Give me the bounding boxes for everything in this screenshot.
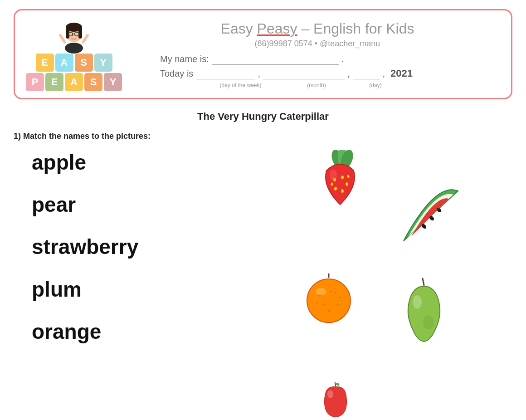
- comma3: ,: [383, 68, 385, 79]
- today-label: Today is: [160, 68, 193, 79]
- logo-area: E A S Y P E A S Y: [24, 17, 124, 91]
- block-Y: Y: [94, 54, 112, 72]
- svg-point-35: [316, 288, 326, 295]
- brand-underline: Peasy: [257, 20, 297, 37]
- svg-point-31: [328, 310, 330, 312]
- svg-point-38: [423, 316, 434, 329]
- day-of-week-label: (day of the week): [205, 82, 276, 88]
- question-1-label: 1) Match the names to the pictures:: [14, 132, 512, 141]
- month-label: (month): [276, 82, 357, 88]
- matching-area: apple pear strawberry plum orange: [14, 150, 512, 386]
- month-field[interactable]: [263, 68, 345, 79]
- svg-point-33: [339, 297, 341, 298]
- day-num-field[interactable]: [353, 68, 380, 79]
- contact-line: (86)99987 0574 • @teacher_manu: [133, 39, 502, 49]
- comma2: ,: [347, 68, 350, 79]
- svg-point-20: [330, 170, 337, 181]
- field-labels-row: (day of the week) (month) (day): [160, 82, 502, 88]
- svg-point-28: [335, 292, 336, 294]
- block-P: P: [26, 73, 44, 91]
- day-of-week-field[interactable]: [196, 68, 255, 79]
- form-lines: My name is: . Today is , ,: [133, 54, 502, 88]
- svg-point-26: [307, 279, 351, 322]
- my-name-label: My name is:: [160, 54, 209, 64]
- info-area: Easy Peasy – English for Kids (86)99987 …: [133, 20, 502, 88]
- block-E2: E: [45, 73, 63, 91]
- svg-point-37: [413, 295, 422, 309]
- block-Y2: Y: [104, 73, 122, 91]
- pictures-column: [295, 150, 512, 386]
- day-num-label: (day): [357, 82, 394, 88]
- logo-top-row: E A S Y: [36, 54, 112, 72]
- svg-line-2: [83, 35, 88, 42]
- words-column: apple pear strawberry plum orange: [14, 150, 295, 386]
- svg-line-36: [423, 278, 424, 285]
- svg-point-34: [330, 291, 332, 293]
- svg-point-0: [65, 43, 83, 54]
- brand-title: Easy Peasy – English for Kids: [133, 20, 502, 37]
- orange-image: [304, 273, 354, 327]
- word-pear: pear: [32, 192, 295, 217]
- name-line: My name is: .: [160, 54, 502, 65]
- year: 2021: [390, 68, 413, 79]
- period: .: [341, 54, 344, 64]
- word-apple: apple: [32, 150, 295, 175]
- word-plum: plum: [32, 277, 295, 302]
- svg-point-30: [337, 303, 339, 305]
- character-illustration: [58, 17, 90, 54]
- header-box: E A S Y P E A S Y Easy Peasy – English f…: [14, 9, 512, 99]
- word-orange: orange: [32, 319, 295, 344]
- name-field[interactable]: [212, 54, 339, 65]
- page: E A S Y P E A S Y Easy Peasy – English f…: [0, 0, 526, 420]
- block-S: S: [75, 54, 93, 72]
- watermelon-image: [399, 186, 463, 247]
- svg-line-1: [60, 35, 65, 42]
- block-E: E: [36, 54, 54, 72]
- logo-bottom-row: P E A S Y: [26, 73, 122, 91]
- section-title: The Very Hungry Caterpillar: [14, 111, 512, 122]
- svg-point-29: [323, 303, 325, 305]
- today-line: Today is , , , 2021: [160, 68, 502, 79]
- pear-image: [399, 277, 449, 347]
- strawberry-image: [313, 150, 367, 215]
- comma1: ,: [258, 68, 260, 79]
- block-A2: A: [65, 73, 83, 91]
- block-S2: S: [84, 73, 102, 91]
- apple-image: [313, 381, 358, 420]
- logo-container: E A S Y P E A S Y: [24, 17, 124, 91]
- word-strawberry: strawberry: [32, 234, 295, 259]
- svg-point-32: [317, 303, 318, 304]
- block-A: A: [55, 54, 73, 72]
- svg-line-24: [404, 191, 458, 241]
- svg-point-40: [327, 390, 333, 398]
